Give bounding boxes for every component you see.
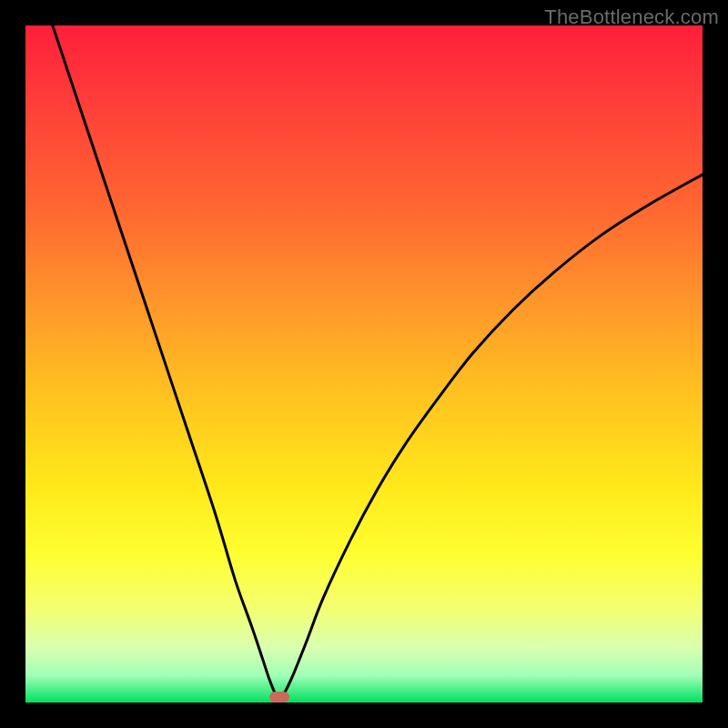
plot-area	[25, 25, 703, 703]
chart-frame: TheBottleneck.com	[0, 0, 728, 728]
optimal-marker	[269, 692, 289, 703]
bottleneck-curve	[25, 25, 703, 703]
watermark-text: TheBottleneck.com	[544, 5, 719, 29]
curve-path	[53, 25, 703, 700]
